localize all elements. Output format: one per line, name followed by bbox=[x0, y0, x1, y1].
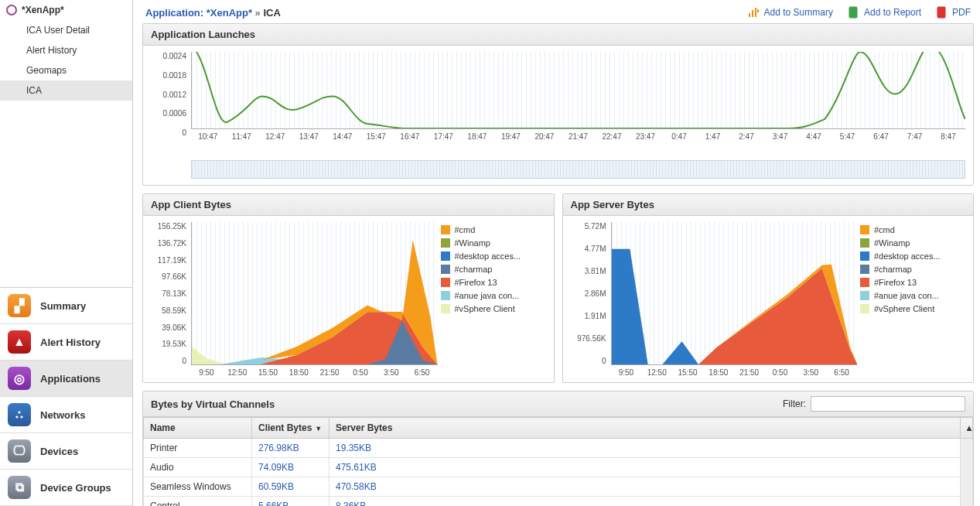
sidebar: *XenApp* ICA User Detail Alert History G… bbox=[0, 0, 133, 506]
svg-rect-2 bbox=[852, 9, 854, 13]
legend-item[interactable]: #Winamp bbox=[441, 238, 541, 248]
legend-swatch bbox=[441, 304, 450, 313]
sidebar-item-alert-history[interactable]: Alert History bbox=[0, 40, 132, 60]
nav-networks[interactable]: ⛬Networks bbox=[0, 397, 132, 433]
overview-scrubber[interactable] bbox=[191, 160, 965, 179]
page-actions: Add to Summary Add to Report PDF bbox=[747, 6, 971, 19]
pdf-icon bbox=[935, 6, 948, 19]
add-to-summary-button[interactable]: Add to Summary bbox=[747, 6, 833, 19]
legend-swatch bbox=[441, 265, 450, 274]
plot-launches bbox=[191, 52, 965, 129]
cell-server-bytes[interactable]: 19.35KB bbox=[330, 439, 961, 458]
legend-label: #vSphere Client bbox=[455, 304, 515, 313]
legend-swatch bbox=[860, 238, 869, 248]
svg-rect-4 bbox=[939, 12, 944, 15]
chart-application-launches[interactable]: 0.00240.00180.00120.00060 10:4711:4712:4… bbox=[151, 52, 965, 152]
nav-devices[interactable]: 🖵Devices bbox=[0, 433, 132, 470]
cell-server-bytes[interactable]: 8.36KB bbox=[330, 497, 961, 507]
networks-icon: ⛬ bbox=[8, 403, 31, 426]
table-virtual-channels: Name Client Bytes▼ Server Bytes ▴ Printe… bbox=[143, 417, 973, 506]
summary-icon: ▞ bbox=[8, 294, 31, 317]
table-filter: Filter: bbox=[783, 396, 965, 412]
legend-item[interactable]: #desktop acces... bbox=[441, 251, 541, 261]
sidebar-item-geomaps[interactable]: Geomaps bbox=[0, 60, 132, 80]
legend-swatch bbox=[441, 225, 450, 234]
cell-client-bytes[interactable]: 74.09KB bbox=[252, 458, 330, 477]
legend-swatch bbox=[441, 291, 450, 300]
sidebar-item-ica[interactable]: ICA bbox=[0, 80, 132, 101]
sort-desc-icon: ▼ bbox=[315, 425, 322, 432]
legend-item[interactable]: #vSphere Client bbox=[441, 304, 541, 313]
chart-app-client-bytes[interactable]: 156.25K136.72K117.19K97.66K78.13K58.59K3… bbox=[151, 222, 546, 381]
nav-applications[interactable]: ◎Applications bbox=[0, 361, 132, 397]
legend-label: #charmap bbox=[455, 265, 493, 274]
cell-client-bytes[interactable]: 60.59KB bbox=[252, 477, 330, 497]
col-client-bytes[interactable]: Client Bytes▼ bbox=[252, 418, 330, 439]
scroll-up-button[interactable]: ▴ bbox=[961, 418, 973, 439]
legend-item[interactable]: #anue java con... bbox=[860, 291, 961, 300]
cell-name: Audio bbox=[144, 458, 252, 477]
legend-item[interactable]: #Winamp bbox=[860, 238, 961, 248]
legend-label: #desktop acces... bbox=[874, 251, 941, 261]
yaxis-launches: 0.00240.00180.00120.00060 bbox=[151, 52, 190, 137]
legend-label: #Winamp bbox=[455, 238, 490, 248]
breadcrumb-bar: Application: *XenApp* » ICA Add to Summa… bbox=[142, 3, 974, 23]
plot-server bbox=[611, 222, 858, 365]
applications-icon: ◎ bbox=[8, 367, 31, 390]
cell-client-bytes[interactable]: 276.98KB bbox=[252, 439, 330, 458]
add-to-report-button[interactable]: Add to Report bbox=[847, 6, 921, 19]
sidebar-tree: *XenApp* ICA User Detail Alert History G… bbox=[0, 0, 132, 287]
xaxis-server: 9:5012:5015:5018:5021:500:503:506:50 bbox=[611, 365, 858, 377]
device-groups-icon: ⧉ bbox=[8, 476, 31, 499]
nav-summary-label: Summary bbox=[40, 300, 86, 312]
add-to-report-label: Add to Report bbox=[864, 7, 921, 18]
breadcrumb-app-link[interactable]: Application: *XenApp* bbox=[145, 7, 252, 19]
legend-item[interactable]: #Firefox 13 bbox=[860, 278, 961, 287]
nav-device-groups[interactable]: ⧉Device Groups bbox=[0, 470, 132, 506]
filter-label: Filter: bbox=[783, 398, 806, 409]
sidebar-item-ica-user-detail[interactable]: ICA User Detail bbox=[0, 20, 132, 40]
legend-client: #cmd#Winamp#desktop acces...#charmap#Fir… bbox=[441, 225, 541, 317]
add-to-summary-label: Add to Summary bbox=[764, 7, 833, 18]
sidebar-root[interactable]: *XenApp* bbox=[0, 0, 132, 20]
col-server-bytes[interactable]: Server Bytes bbox=[330, 418, 961, 439]
nav-alert-history[interactable]: ▲Alert History bbox=[0, 324, 132, 361]
legend-item[interactable]: #vSphere Client bbox=[860, 304, 961, 313]
chart-app-server-bytes[interactable]: 5.72M4.77M3.81M2.86M1.91M976.56K0 #cmd#W… bbox=[571, 222, 966, 381]
breadcrumb-app: *XenApp* bbox=[207, 7, 252, 19]
legend-label: #desktop acces... bbox=[455, 251, 521, 261]
nav-summary[interactable]: ▞Summary bbox=[0, 288, 132, 324]
legend-label: #cmd bbox=[455, 225, 476, 234]
scrollbar[interactable] bbox=[961, 439, 973, 507]
col-name[interactable]: Name bbox=[144, 418, 252, 439]
legend-item[interactable]: #desktop acces... bbox=[860, 251, 961, 261]
legend-item[interactable]: #charmap bbox=[860, 265, 961, 274]
legend-swatch bbox=[860, 278, 869, 287]
cell-name: Seamless Windows bbox=[144, 477, 252, 497]
legend-label: #Firefox 13 bbox=[455, 278, 497, 287]
cell-client-bytes[interactable]: 5.66KB bbox=[252, 497, 330, 507]
legend-label: #charmap bbox=[874, 265, 912, 274]
cell-server-bytes[interactable]: 470.58KB bbox=[330, 477, 961, 497]
sidebar-nav: ▞Summary ▲Alert History ◎Applications ⛬N… bbox=[0, 287, 132, 506]
legend-swatch bbox=[441, 238, 450, 248]
xaxis-client: 9:5012:5015:5018:5021:500:503:506:50 bbox=[191, 365, 438, 377]
panel-app-server-bytes: App Server Bytes 5.72M4.77M3.81M2.86M1.9… bbox=[562, 193, 975, 383]
legend-label: #Winamp bbox=[874, 238, 910, 248]
legend-item[interactable]: #Firefox 13 bbox=[441, 278, 541, 287]
filter-input[interactable] bbox=[811, 396, 965, 412]
legend-label: #Firefox 13 bbox=[874, 278, 917, 287]
panel-application-launches-title: Application Launches bbox=[143, 24, 973, 46]
cell-server-bytes[interactable]: 475.61KB bbox=[330, 458, 961, 477]
plot-client bbox=[191, 222, 438, 365]
legend-item[interactable]: #cmd bbox=[860, 225, 961, 234]
legend-swatch bbox=[441, 278, 450, 287]
pdf-button[interactable]: PDF bbox=[935, 6, 971, 19]
nav-applications-label: Applications bbox=[40, 373, 101, 385]
chart-bar-icon bbox=[747, 6, 760, 19]
panel-bytes-title: Bytes by Virtual Channels bbox=[151, 398, 275, 410]
legend-item[interactable]: #anue java con... bbox=[441, 291, 541, 300]
legend-item[interactable]: #charmap bbox=[441, 265, 541, 274]
alert-icon: ▲ bbox=[8, 330, 31, 354]
legend-item[interactable]: #cmd bbox=[441, 225, 541, 234]
